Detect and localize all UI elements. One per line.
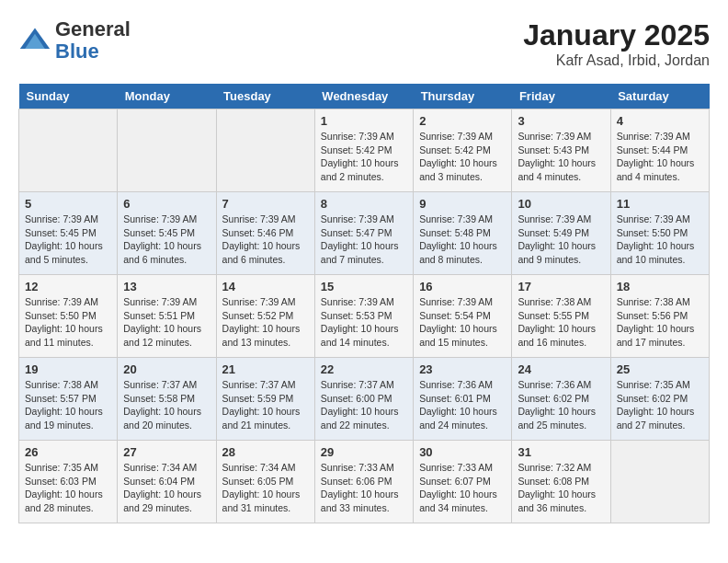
day-number: 1 (321, 114, 407, 128)
calendar-cell: 4Sunrise: 7:39 AM Sunset: 5:44 PM Daylig… (610, 109, 709, 192)
day-number: 7 (222, 197, 309, 211)
day-number: 30 (419, 445, 506, 459)
day-info: Sunrise: 7:39 AM Sunset: 5:50 PM Dayligh… (617, 213, 703, 267)
day-number: 24 (518, 362, 604, 376)
day-info: Sunrise: 7:39 AM Sunset: 5:49 PM Dayligh… (518, 213, 604, 267)
day-number: 3 (518, 114, 604, 128)
day-info: Sunrise: 7:39 AM Sunset: 5:54 PM Dayligh… (419, 295, 506, 350)
weekday-header: Friday (512, 84, 610, 109)
day-info: Sunrise: 7:34 AM Sunset: 6:05 PM Dayligh… (222, 461, 309, 515)
calendar-cell: 14Sunrise: 7:39 AM Sunset: 5:52 PM Dayli… (216, 275, 314, 358)
day-number: 17 (518, 280, 604, 293)
calendar-cell: 29Sunrise: 7:33 AM Sunset: 6:06 PM Dayli… (314, 441, 413, 523)
day-info: Sunrise: 7:38 AM Sunset: 5:55 PM Dayligh… (518, 295, 604, 350)
calendar-row: 26Sunrise: 7:35 AM Sunset: 6:03 PM Dayli… (19, 441, 710, 523)
calendar-cell (216, 109, 314, 192)
day-info: Sunrise: 7:36 AM Sunset: 6:01 PM Dayligh… (419, 378, 506, 432)
calendar-cell: 23Sunrise: 7:36 AM Sunset: 6:01 PM Dayli… (414, 358, 512, 441)
day-info: Sunrise: 7:32 AM Sunset: 6:08 PM Dayligh… (518, 461, 604, 515)
day-number: 31 (518, 445, 604, 459)
day-number: 22 (321, 362, 407, 376)
day-number: 13 (123, 280, 210, 293)
day-info: Sunrise: 7:39 AM Sunset: 5:42 PM Dayligh… (321, 130, 407, 184)
day-number: 15 (321, 280, 407, 293)
calendar-cell: 2Sunrise: 7:39 AM Sunset: 5:42 PM Daylig… (414, 109, 512, 192)
calendar-cell: 20Sunrise: 7:37 AM Sunset: 5:58 PM Dayli… (118, 358, 216, 441)
day-number: 5 (25, 197, 111, 211)
calendar-table: SundayMondayTuesdayWednesdayThursdayFrid… (18, 84, 710, 523)
weekday-header: Tuesday (216, 84, 314, 109)
day-info: Sunrise: 7:37 AM Sunset: 5:58 PM Dayligh… (123, 378, 210, 432)
logo-general: General (55, 18, 131, 40)
calendar-cell (19, 109, 118, 192)
calendar-cell: 3Sunrise: 7:39 AM Sunset: 5:43 PM Daylig… (512, 109, 610, 192)
day-number: 26 (25, 445, 111, 459)
calendar-cell: 18Sunrise: 7:38 AM Sunset: 5:56 PM Dayli… (610, 275, 709, 358)
calendar-cell: 11Sunrise: 7:39 AM Sunset: 5:50 PM Dayli… (610, 192, 709, 275)
calendar-cell: 1Sunrise: 7:39 AM Sunset: 5:42 PM Daylig… (314, 109, 413, 192)
day-number: 19 (25, 362, 111, 376)
calendar-cell: 9Sunrise: 7:39 AM Sunset: 5:48 PM Daylig… (414, 192, 512, 275)
calendar-cell: 19Sunrise: 7:38 AM Sunset: 5:57 PM Dayli… (19, 358, 118, 441)
calendar-row: 19Sunrise: 7:38 AM Sunset: 5:57 PM Dayli… (19, 358, 710, 441)
calendar-cell: 31Sunrise: 7:32 AM Sunset: 6:08 PM Dayli… (512, 441, 610, 523)
calendar-cell: 12Sunrise: 7:39 AM Sunset: 5:50 PM Dayli… (19, 275, 118, 358)
calendar-row: 12Sunrise: 7:39 AM Sunset: 5:50 PM Dayli… (19, 275, 710, 358)
calendar-row: 5Sunrise: 7:39 AM Sunset: 5:45 PM Daylig… (19, 192, 710, 275)
day-number: 28 (222, 445, 309, 459)
calendar-cell: 17Sunrise: 7:38 AM Sunset: 5:55 PM Dayli… (512, 275, 610, 358)
title-block: January 2025 Kafr Asad, Irbid, Jordan (523, 18, 710, 69)
day-info: Sunrise: 7:39 AM Sunset: 5:43 PM Dayligh… (518, 130, 604, 184)
day-number: 27 (123, 445, 210, 459)
day-number: 11 (617, 197, 703, 211)
calendar-cell: 7Sunrise: 7:39 AM Sunset: 5:46 PM Daylig… (216, 192, 314, 275)
calendar-cell: 16Sunrise: 7:39 AM Sunset: 5:54 PM Dayli… (414, 275, 512, 358)
day-info: Sunrise: 7:37 AM Sunset: 5:59 PM Dayligh… (222, 378, 309, 432)
calendar-cell: 8Sunrise: 7:39 AM Sunset: 5:47 PM Daylig… (314, 192, 413, 275)
page-subtitle: Kafr Asad, Irbid, Jordan (523, 52, 710, 69)
calendar-cell: 6Sunrise: 7:39 AM Sunset: 5:45 PM Daylig… (118, 192, 216, 275)
page-header: General Blue January 2025 Kafr Asad, Irb… (18, 18, 710, 69)
day-info: Sunrise: 7:39 AM Sunset: 5:45 PM Dayligh… (123, 213, 210, 267)
day-number: 23 (419, 362, 506, 376)
day-info: Sunrise: 7:39 AM Sunset: 5:53 PM Dayligh… (321, 295, 407, 350)
weekday-header: Saturday (610, 84, 709, 109)
day-info: Sunrise: 7:39 AM Sunset: 5:47 PM Dayligh… (321, 213, 407, 267)
calendar-cell: 15Sunrise: 7:39 AM Sunset: 5:53 PM Dayli… (314, 275, 413, 358)
day-number: 10 (518, 197, 604, 211)
weekday-header: Wednesday (314, 84, 413, 109)
calendar-cell: 30Sunrise: 7:33 AM Sunset: 6:07 PM Dayli… (414, 441, 512, 523)
day-info: Sunrise: 7:39 AM Sunset: 5:48 PM Dayligh… (419, 213, 506, 267)
day-number: 21 (222, 362, 309, 376)
calendar-cell (118, 109, 216, 192)
weekday-header: Sunday (19, 84, 118, 109)
calendar-row: 1Sunrise: 7:39 AM Sunset: 5:42 PM Daylig… (19, 109, 710, 192)
day-info: Sunrise: 7:33 AM Sunset: 6:07 PM Dayligh… (419, 461, 506, 515)
calendar-cell: 26Sunrise: 7:35 AM Sunset: 6:03 PM Dayli… (19, 441, 118, 523)
day-number: 8 (321, 197, 407, 211)
day-number: 9 (419, 197, 506, 211)
day-info: Sunrise: 7:38 AM Sunset: 5:57 PM Dayligh… (25, 378, 111, 432)
calendar-cell: 24Sunrise: 7:36 AM Sunset: 6:02 PM Dayli… (512, 358, 610, 441)
day-info: Sunrise: 7:37 AM Sunset: 6:00 PM Dayligh… (321, 378, 407, 432)
day-info: Sunrise: 7:39 AM Sunset: 5:42 PM Dayligh… (419, 130, 506, 184)
day-number: 20 (123, 362, 210, 376)
calendar-cell: 28Sunrise: 7:34 AM Sunset: 6:05 PM Dayli… (216, 441, 314, 523)
day-info: Sunrise: 7:36 AM Sunset: 6:02 PM Dayligh… (518, 378, 604, 432)
calendar-cell: 25Sunrise: 7:35 AM Sunset: 6:02 PM Dayli… (610, 358, 709, 441)
weekday-header: Thursday (414, 84, 512, 109)
day-info: Sunrise: 7:38 AM Sunset: 5:56 PM Dayligh… (617, 295, 703, 350)
day-info: Sunrise: 7:34 AM Sunset: 6:04 PM Dayligh… (123, 461, 210, 515)
day-number: 12 (25, 280, 111, 293)
calendar-cell: 5Sunrise: 7:39 AM Sunset: 5:45 PM Daylig… (19, 192, 118, 275)
day-info: Sunrise: 7:39 AM Sunset: 5:51 PM Dayligh… (123, 295, 210, 350)
day-number: 18 (617, 280, 703, 293)
day-number: 29 (321, 445, 407, 459)
day-number: 2 (419, 114, 506, 128)
logo: General Blue (18, 18, 131, 63)
day-info: Sunrise: 7:39 AM Sunset: 5:46 PM Dayligh… (222, 213, 309, 267)
logo-icon (18, 24, 51, 57)
calendar-cell (610, 441, 709, 523)
day-info: Sunrise: 7:35 AM Sunset: 6:03 PM Dayligh… (25, 461, 111, 515)
weekday-header: Monday (118, 84, 216, 109)
